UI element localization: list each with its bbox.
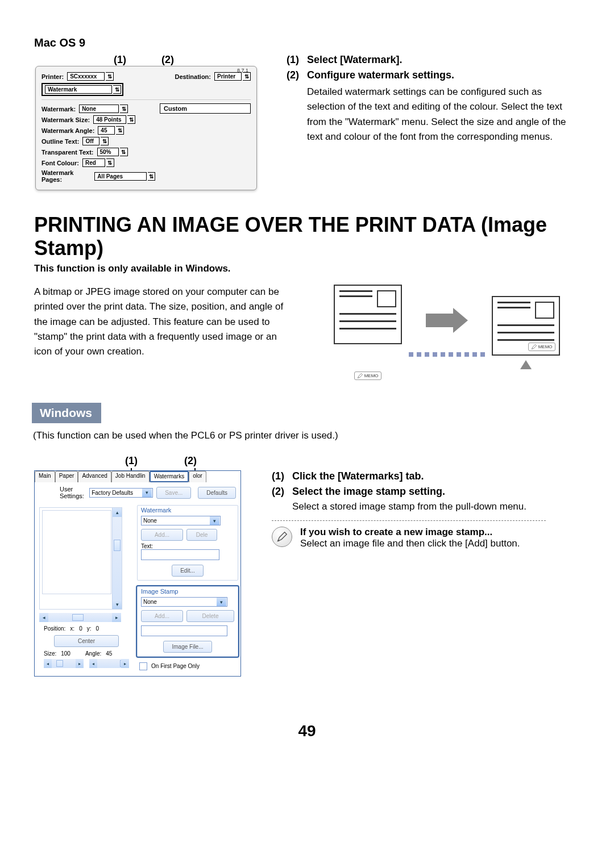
angle-slider[interactable]: ◂ ▸ — [89, 659, 129, 668]
doc-after-thumb: MEMO — [492, 296, 560, 356]
arrow-right-icon — [426, 308, 468, 333]
user-settings-label: User Settings: — [60, 486, 86, 499]
image-stamp-group: Image Stamp None▾ Add... Delete Image Fi… — [137, 586, 238, 657]
macos-watermark-dialog: 8.7.1 Printer: SCxxxxxx ⇅ Destination: P… — [35, 66, 257, 190]
watermark-pages-select[interactable]: All Pages — [94, 172, 147, 181]
size-value: 100 — [61, 650, 70, 657]
windows-banner: Windows — [32, 403, 101, 423]
callout-2b: (2) — [184, 455, 197, 467]
first-page-checkbox[interactable] — [139, 662, 147, 670]
watermark-dropdown[interactable]: None▾ — [141, 516, 221, 525]
image-stamp-figure: MEMO — [313, 285, 580, 380]
destination-select[interactable]: Printer — [214, 72, 242, 81]
tab-main[interactable]: Main — [35, 471, 55, 482]
memo-chip-after: MEMO — [528, 343, 555, 351]
destination-label: Destination: — [175, 73, 211, 80]
scroll-thumb-x[interactable] — [72, 614, 84, 621]
chevron-down-icon: ▾ — [142, 489, 152, 497]
font-colour-stepper[interactable]: ⇅ — [106, 158, 114, 167]
scroll-right-icon[interactable]: ▸ — [76, 659, 84, 668]
wm-delete-button[interactable]: Dele — [186, 529, 217, 541]
watermark-text-input[interactable] — [141, 549, 219, 560]
printer-stepper[interactable]: ⇅ — [106, 72, 114, 81]
wm-add-button[interactable]: Add... — [141, 529, 183, 541]
dotted-path — [409, 352, 485, 357]
printer-select[interactable]: SCxxxxxx — [67, 72, 105, 81]
panel-select[interactable]: Watermark — [45, 85, 112, 94]
callout-2: (2) — [161, 54, 174, 66]
watermark-pages-label: Watermark Pages: — [42, 169, 91, 183]
tab-paper[interactable]: Paper — [55, 471, 78, 482]
scroll-right-icon[interactable]: ▸ — [121, 659, 129, 668]
image-file-field[interactable] — [141, 625, 227, 636]
imgstamp-add-button[interactable]: Add... — [141, 610, 183, 622]
scroll-thumb[interactable] — [114, 540, 121, 551]
watermark-group: Watermark None▾ Add... Dele Text: — [137, 505, 238, 581]
size-label: Size: — [44, 650, 56, 657]
user-settings-select[interactable]: Factory Defaults▾ — [89, 488, 153, 498]
transparent-text-select[interactable]: 50% — [97, 148, 119, 156]
tip-title: If you wish to create a new image stamp.… — [300, 527, 520, 538]
pencil-icon — [531, 344, 537, 350]
outline-text-select[interactable]: Off — [82, 137, 99, 145]
scroll-right-icon[interactable]: ▸ — [112, 613, 121, 622]
preview-scroll-y[interactable]: ▴ ▾ — [112, 508, 122, 609]
watermark-angle-select[interactable]: 45 — [98, 126, 115, 135]
pencil-icon — [357, 373, 363, 379]
tab-watermarks[interactable]: Watermarks — [150, 471, 189, 482]
doc-before-thumb — [334, 285, 402, 344]
win-step-1-num: (1) — [272, 470, 288, 482]
arrow-up-icon — [520, 360, 532, 369]
windows-driver-note: (This function can be used when the PCL6… — [33, 430, 614, 441]
watermark-angle-stepper[interactable]: ⇅ — [116, 126, 124, 135]
defaults-button[interactable]: Defaults — [198, 487, 236, 499]
step2-title: Configure watermark settings. — [307, 69, 454, 81]
macos9-heading: Mac OS 9 — [34, 36, 614, 49]
watermark-size-stepper[interactable]: ⇅ — [127, 115, 135, 124]
image-file-button[interactable]: Image File... — [163, 641, 211, 653]
win-step-1-title: Click the [Watermarks] tab. — [292, 470, 424, 482]
scroll-left-icon[interactable]: ◂ — [44, 659, 52, 668]
win-step-2-title: Select the image stamp setting. — [292, 486, 445, 498]
page-number: 49 — [0, 722, 614, 740]
watermark-select[interactable]: None — [79, 105, 119, 113]
tab-color[interactable]: olor — [189, 471, 206, 482]
y-label: y: — [87, 625, 92, 632]
tab-job-handling[interactable]: Job Handlin — [111, 471, 150, 482]
transparent-text-label: Transparent Text: — [42, 149, 94, 156]
step2-body: Detailed watermark settings can be confi… — [307, 85, 580, 144]
image-stamp-dropdown[interactable]: None▾ — [141, 597, 227, 607]
tab-advanced[interactable]: Advanced — [78, 471, 111, 482]
step1-title: Select [Watermark]. — [307, 54, 402, 66]
transparent-text-stepper[interactable]: ⇅ — [120, 148, 128, 156]
scroll-left-icon[interactable]: ◂ — [39, 613, 48, 622]
watermark-size-select[interactable]: 48 Points — [93, 115, 126, 124]
save-button[interactable]: Save... — [156, 487, 191, 499]
watermark-pages-stepper[interactable]: ⇅ — [148, 172, 155, 181]
watermark-label: Watermark: — [42, 106, 76, 112]
angle-value: 45 — [106, 650, 112, 657]
printer-label: Printer: — [42, 73, 64, 80]
section-heading: PRINTING AN IMAGE OVER THE PRINT DATA (I… — [34, 213, 578, 260]
scroll-down-icon[interactable]: ▾ — [113, 600, 122, 609]
position-label: Position: — [44, 625, 65, 632]
destination-stepper[interactable]: ⇅ — [243, 72, 251, 81]
size-slider[interactable]: ◂ ▸ — [44, 659, 84, 668]
panel-stepper[interactable]: ⇅ — [113, 85, 121, 94]
scroll-up-icon[interactable]: ▴ — [113, 508, 122, 517]
outline-text-stepper[interactable]: ⇅ — [101, 137, 109, 145]
scroll-left-icon[interactable]: ◂ — [89, 659, 97, 668]
custom-button[interactable]: Custom — [160, 103, 251, 114]
imgstamp-delete-button[interactable]: Delete — [186, 610, 234, 622]
tip-body: Select an image file and then click the … — [300, 538, 520, 549]
y-value: 0 — [96, 625, 99, 632]
win-step-2-num: (2) — [272, 486, 288, 498]
windows-only-note: This function is only available in Windo… — [34, 263, 614, 274]
memo-chip: MEMO — [354, 372, 381, 380]
font-colour-select[interactable]: Red — [82, 158, 105, 167]
preview-scroll-x[interactable]: ◂ ▸ — [39, 613, 121, 622]
edit-button[interactable]: Edit... — [172, 565, 204, 577]
watermark-stepper[interactable]: ⇅ — [120, 105, 128, 113]
center-button[interactable]: Center — [54, 635, 119, 647]
step-number-1: (1) — [287, 54, 302, 66]
